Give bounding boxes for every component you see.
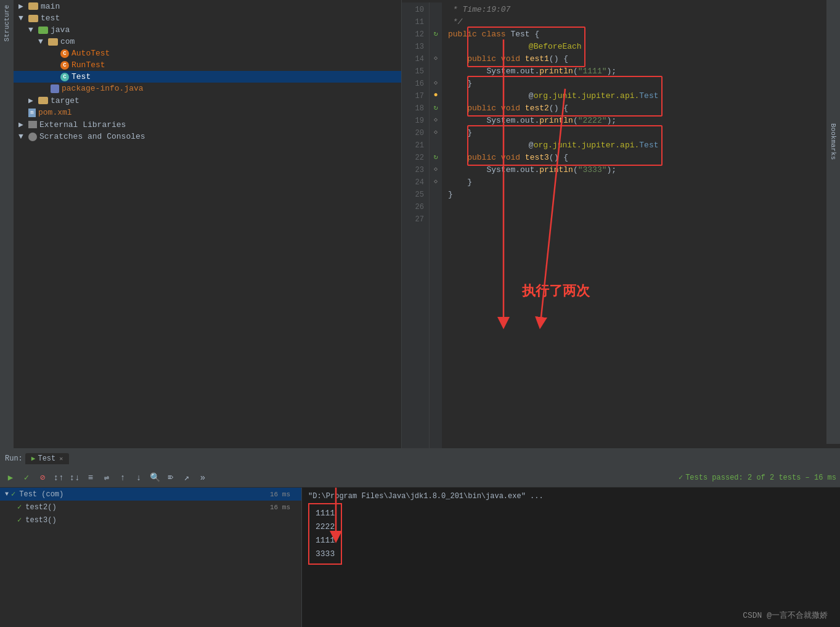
arrow-icon: ▶	[18, 120, 28, 129]
tree-item-runtest[interactable]: C RunTest	[14, 59, 401, 71]
tree-item-com[interactable]: ▼ com	[14, 36, 401, 47]
code-text	[448, 139, 467, 152]
tree-item-package-info[interactable]: package-info.java	[14, 83, 401, 94]
code-text: () {	[549, 53, 568, 65]
test-row-test2[interactable]: ✓ test2() 16 ms	[0, 501, 301, 514]
folder-icon	[38, 97, 48, 104]
code-text: () {	[549, 152, 568, 164]
scratch-icon	[28, 133, 37, 141]
code-text: Test	[639, 141, 658, 150]
run-label: Run:	[5, 454, 23, 463]
code-line-18: public void test2() {	[448, 102, 840, 115]
run-search-btn[interactable]: 🔍	[148, 471, 161, 485]
code-text: org.junit.jupiter.api.	[534, 91, 640, 100]
arrow-icon: ▼	[18, 132, 28, 141]
code-text: void	[501, 102, 525, 115]
tree-item-target[interactable]: ▶ target	[14, 94, 401, 107]
output-cmd-line: "D:\Program Files\Java\jdk1.8.0_201\bin\…	[308, 490, 834, 502]
xml-icon: m	[28, 109, 36, 117]
code-line-21: @org.junit.jupiter.api.Test	[448, 139, 840, 152]
code-text: .	[534, 164, 539, 176]
run-sort-asc-btn[interactable]: ↕↑	[52, 471, 65, 485]
output-arrow-overlay	[302, 488, 840, 611]
check-icon: ✓	[11, 490, 15, 499]
output-num-1111-2: 1111	[316, 534, 335, 547]
tree-item-main[interactable]: ▶ main	[14, 0, 401, 12]
status-check: ✓	[679, 473, 683, 482]
code-content[interactable]: * Time:19:07 */ public class Test { @Bef…	[442, 2, 840, 448]
run-more-btn[interactable]: »	[196, 471, 210, 485]
code-line-26	[448, 201, 840, 213]
tree-label: package-info.java	[62, 84, 144, 93]
code-text: () {	[549, 102, 568, 115]
java-icon: C	[60, 73, 69, 81]
run-check-btn[interactable]: ✓	[20, 471, 33, 485]
run-tab-test[interactable]: ▶ Test ✕	[25, 453, 69, 464]
tree-item-autotest[interactable]: C AutoTest	[14, 47, 401, 59]
check-icon: ✓	[17, 515, 22, 525]
code-line-10: * Time:19:07	[448, 4, 840, 16]
arrow-icon: ▼	[18, 14, 28, 23]
run-up-btn[interactable]: ↑	[116, 471, 129, 485]
tree-label: java	[51, 25, 70, 35]
run-down-btn[interactable]: ↓	[132, 471, 145, 485]
code-text	[448, 90, 467, 102]
output-num-1111-1: 1111	[316, 507, 335, 520]
run-clear-btn[interactable]: ⌦	[164, 471, 177, 485]
code-line-24: }	[448, 176, 840, 189]
tree-label: AutoTest	[71, 49, 110, 58]
run-status-text: Tests passed: 2 of 2 tests – 16 ms	[685, 473, 836, 482]
code-text: }	[448, 176, 472, 189]
run-tab-icon: ▶	[31, 454, 36, 462]
tree-item-test-file[interactable]: C Test	[14, 71, 401, 83]
run-output-panel[interactable]: "D:\Program Files\Java\jdk1.8.0_201\bin\…	[302, 488, 840, 627]
tree-label: External Libraries	[39, 120, 126, 129]
code-text: System	[486, 164, 515, 176]
tree-item-external-libs[interactable]: ▶ External Libraries	[14, 118, 401, 131]
code-text	[448, 53, 467, 65]
code-line-22: public void test3() {	[448, 152, 840, 164]
code-text: println	[539, 164, 573, 176]
run-align-btn[interactable]: ≡	[84, 471, 97, 485]
code-text: @BeforeEach	[529, 42, 582, 51]
run-stop-btn[interactable]: ⊘	[36, 471, 49, 485]
run-play-btn[interactable]: ▶	[4, 471, 17, 485]
tree-item-pom[interactable]: m pom.xml	[14, 107, 401, 118]
code-text: public	[467, 102, 501, 115]
code-line-23: System.out.println("3333");	[448, 164, 840, 176]
code-text: void	[501, 152, 525, 164]
bookmarks-label[interactable]: Bookmarks	[830, 123, 837, 160]
code-line-17: @org.junit.jupiter.api.Test	[448, 90, 840, 102]
code-text: * Time:19:07	[448, 4, 510, 16]
tree-label: com	[60, 37, 75, 46]
code-text: @	[529, 141, 534, 150]
code-text: void	[501, 53, 525, 65]
java-icon: C	[60, 61, 69, 70]
run-tab-close[interactable]: ✕	[59, 455, 63, 462]
run-toolbar: ▶ ✓ ⊘ ↕↑ ↕↓ ≡ ⇌ ↑ ↓ 🔍 ⌦ ↗ » ✓ Tests pass…	[0, 468, 840, 488]
test-row-com[interactable]: ▼ ✓ Test (com) 16 ms	[0, 488, 301, 501]
tree-item-java[interactable]: ▼ java	[14, 24, 401, 36]
structure-label[interactable]: Structure	[3, 2, 10, 44]
code-line-25: }	[448, 189, 840, 201]
code-text: "3333"	[578, 164, 607, 176]
code-text: (	[573, 164, 578, 176]
test-name: test2()	[25, 503, 56, 512]
folder-icon	[28, 15, 38, 22]
run-rerun-btn[interactable]: ⇌	[100, 471, 113, 485]
bottom-run-panel: Run: ▶ Test ✕ ▶ ✓ ⊘ ↕↑ ↕↓ ≡ ⇌ ↑ ↓ 🔍 ⌦ ↗ …	[0, 448, 840, 627]
tree-item-test[interactable]: ▼ test	[14, 12, 401, 24]
arrow-icon: ▼	[28, 25, 38, 35]
arrow-icon: ▶	[18, 1, 28, 11]
tree-label: main	[41, 2, 60, 11]
run-status: ✓ Tests passed: 2 of 2 tests – 16 ms	[679, 473, 836, 482]
test-row-test3[interactable]: ✓ test3()	[0, 514, 301, 527]
run-sort-desc-btn[interactable]: ↕↓	[68, 471, 81, 485]
code-line-14: public void test1() {	[448, 53, 840, 65]
code-text: }	[448, 189, 453, 201]
code-text: @	[529, 91, 534, 100]
run-export-btn[interactable]: ↗	[180, 471, 194, 485]
test-name: Test (com)	[19, 490, 63, 499]
tree-item-scratches[interactable]: ▼ Scratches and Consoles	[14, 131, 401, 142]
annotation-text-执行了两次: 执行了两次	[522, 286, 590, 298]
